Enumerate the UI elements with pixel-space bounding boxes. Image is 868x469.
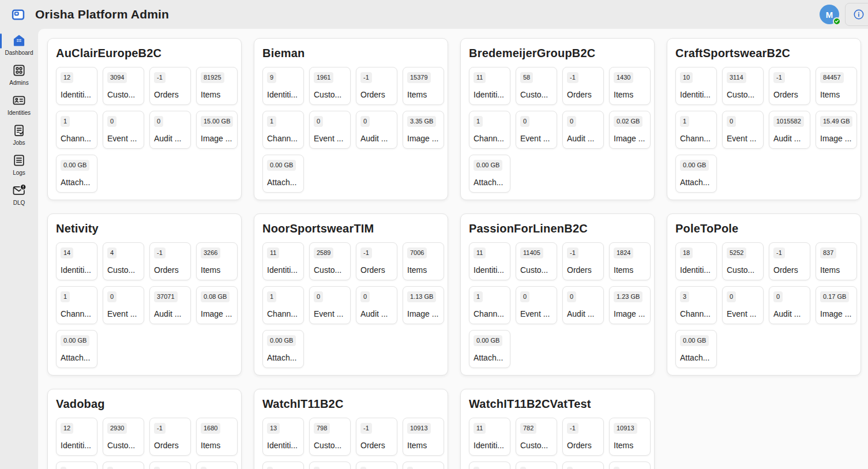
stat-tile[interactable]: 0 Audit ... [769, 286, 810, 324]
stat-tile[interactable]: 15.00 GB Image ... [196, 111, 238, 149]
stat-tile[interactable]: 10913 Items [609, 418, 651, 456]
stat-tile[interactable]: 0.00 GB Attach... [469, 155, 510, 193]
stat-tile[interactable]: -1 Orders [149, 67, 191, 105]
stat-tile[interactable]: 15379 Items [403, 67, 444, 105]
stat-tile[interactable] [103, 462, 144, 469]
stat-tile[interactable]: 1 Chann... [469, 111, 510, 149]
stat-tile[interactable]: -1 Orders [562, 418, 604, 456]
stat-tile[interactable]: 7006 Items [403, 242, 444, 280]
stat-tile[interactable]: 1 Chann... [56, 111, 97, 149]
stat-tile[interactable]: 0.00 GB Attach... [469, 330, 510, 368]
sidebar-item-dashboard[interactable]: Dashboard [0, 30, 38, 58]
stat-tile[interactable]: 18 Identiti... [675, 242, 717, 280]
stat-tile[interactable]: 14 Identiti... [56, 242, 97, 280]
stat-tile[interactable]: 0.17 GB Image ... [816, 286, 857, 324]
stat-tile[interactable] [516, 462, 557, 469]
stat-tile[interactable] [56, 462, 97, 469]
stat-tile[interactable]: -1 Orders [356, 67, 397, 105]
stat-tile[interactable]: 37071 Audit ... [149, 286, 191, 324]
stat-tile[interactable]: 11 Identiti... [469, 242, 510, 280]
stat-tile[interactable]: -1 Orders [769, 242, 810, 280]
stat-tile[interactable]: 0.00 GB Attach... [262, 330, 304, 368]
stat-tile[interactable]: 1.13 GB Image ... [403, 286, 444, 324]
stat-tile[interactable]: 0 Audit ... [149, 111, 191, 149]
stat-tile[interactable] [609, 462, 651, 469]
stat-tile[interactable]: 837 Items [816, 242, 857, 280]
stat-tile[interactable]: 1 Chann... [469, 286, 510, 324]
sidebar-item-dlq[interactable]: DLQ [0, 180, 38, 208]
stat-tile[interactable] [196, 462, 238, 469]
stat-tile[interactable]: 1680 Items [196, 418, 238, 456]
stat-tile[interactable]: 1015582 Audit ... [769, 111, 810, 149]
stat-tile[interactable]: 11 Identiti... [262, 242, 304, 280]
sidebar-item-jobs[interactable]: Jobs [0, 120, 38, 148]
stat-tile[interactable]: 12 Identiti... [56, 67, 97, 105]
stat-tile[interactable]: 0.08 GB Image ... [196, 286, 238, 324]
stat-tile[interactable]: 0.00 GB Attach... [56, 330, 97, 368]
stat-tile[interactable]: -1 Orders [562, 242, 604, 280]
stat-tile[interactable]: 9 Identiti... [262, 67, 304, 105]
stat-tile[interactable]: 0 Event ... [103, 111, 144, 149]
stat-tile[interactable]: 10913 Items [403, 418, 444, 456]
user-avatar[interactable]: M [820, 5, 839, 24]
sidebar-item-logs[interactable]: Logs [0, 150, 38, 178]
sidebar-item-identities[interactable]: Identities [0, 90, 38, 118]
stat-tile[interactable]: 12 Identiti... [56, 418, 97, 456]
stat-tile[interactable]: 0 Audit ... [562, 111, 604, 149]
stat-tile[interactable]: 4 Custo... [103, 242, 144, 280]
stat-tile[interactable]: 0 Event ... [516, 111, 557, 149]
stat-tile[interactable] [562, 462, 604, 469]
stat-tile[interactable]: 11 Identiti... [469, 418, 510, 456]
stat-tile[interactable]: 0 Audit ... [356, 286, 397, 324]
stat-tile[interactable]: 1961 Custo... [309, 67, 351, 105]
stat-tile[interactable]: 0.00 GB Attach... [675, 330, 717, 368]
stat-tile[interactable]: 0.00 GB Attach... [262, 155, 304, 193]
stat-tile[interactable]: -1 Orders [356, 418, 397, 456]
stat-tile[interactable]: 15.49 GB Image ... [816, 111, 857, 149]
stat-tile[interactable] [403, 462, 444, 469]
stat-tile[interactable]: -1 Orders [149, 418, 191, 456]
stat-tile[interactable]: 3266 Items [196, 242, 238, 280]
stat-tile[interactable]: 5252 Custo... [722, 242, 764, 280]
stat-tile[interactable]: 0.02 GB Image ... [609, 111, 651, 149]
stat-tile[interactable]: 1 Chann... [56, 286, 97, 324]
stat-tile[interactable]: -1 Orders [356, 242, 397, 280]
stat-tile[interactable]: 13 Identiti... [262, 418, 304, 456]
stat-tile[interactable]: -1 Orders [562, 67, 604, 105]
stat-tile[interactable]: 2930 Custo... [103, 418, 144, 456]
stat-tile[interactable]: 782 Custo... [516, 418, 557, 456]
stat-tile[interactable]: -1 Orders [149, 242, 191, 280]
stat-tile[interactable]: 58 Custo... [516, 67, 557, 105]
stat-tile[interactable]: 3.35 GB Image ... [403, 111, 444, 149]
stat-tile[interactable]: 0 Event ... [309, 286, 351, 324]
stat-tile[interactable]: 798 Custo... [309, 418, 351, 456]
stat-tile[interactable]: 11 Identiti... [469, 67, 510, 105]
stat-tile[interactable]: 3114 Custo... [722, 67, 764, 105]
stat-tile[interactable]: 0 Audit ... [356, 111, 397, 149]
stat-tile[interactable] [262, 462, 304, 469]
stat-tile[interactable]: 1.23 GB Image ... [609, 286, 651, 324]
stat-tile[interactable]: 1 Chann... [262, 111, 304, 149]
stat-tile[interactable]: 3094 Custo... [103, 67, 144, 105]
stat-tile[interactable]: 1 Chann... [675, 111, 717, 149]
stat-tile[interactable]: 0 Event ... [103, 286, 144, 324]
stat-tile[interactable] [149, 462, 191, 469]
stat-tile[interactable]: 0 Event ... [722, 286, 764, 324]
stat-tile[interactable] [309, 462, 351, 469]
stat-tile[interactable] [356, 462, 397, 469]
stat-tile[interactable]: 0.00 GB Attach... [675, 155, 717, 193]
stat-tile[interactable]: 11405 Custo... [516, 242, 557, 280]
stat-tile[interactable]: 2589 Custo... [309, 242, 351, 280]
stat-tile[interactable]: 0 Event ... [722, 111, 764, 149]
stat-tile[interactable] [469, 462, 510, 469]
sidebar-item-admins[interactable]: Admins [0, 60, 38, 88]
stat-tile[interactable]: 0 Event ... [516, 286, 557, 324]
stat-tile[interactable]: 1 Chann... [262, 286, 304, 324]
stat-tile[interactable]: 0.00 GB Attach... [56, 155, 97, 193]
stat-tile[interactable]: 10 Identiti... [675, 67, 717, 105]
stat-tile[interactable]: 3 Chann... [675, 286, 717, 324]
stat-tile[interactable]: 1824 Items [609, 242, 651, 280]
info-button[interactable] [845, 3, 868, 26]
stat-tile[interactable]: 84457 Items [816, 67, 857, 105]
stat-tile[interactable]: -1 Orders [769, 67, 810, 105]
